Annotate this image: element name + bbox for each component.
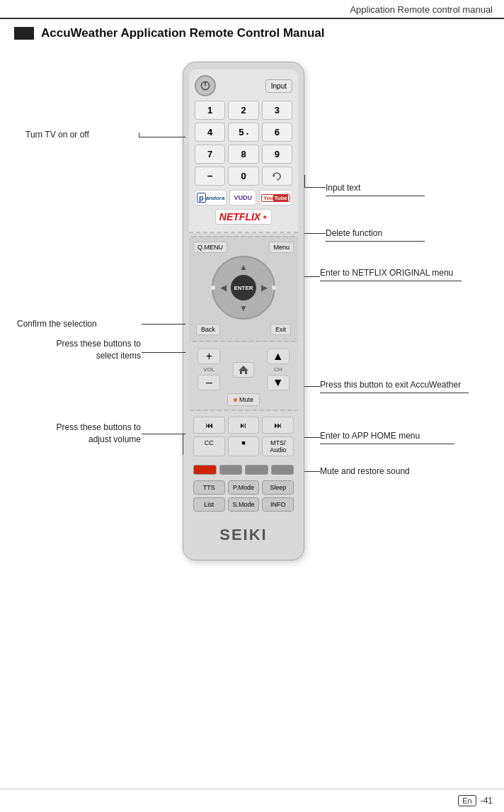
annotation-home: Enter to APP HOME menu bbox=[320, 430, 483, 444]
youtube-button[interactable]: YouTube bbox=[259, 190, 292, 205]
ann-line-input-v bbox=[304, 175, 305, 188]
cc-mts-row: CC ■ MTS/Audio bbox=[193, 436, 294, 456]
nav-circle-container: ▲ ▼ ◀ ▶ ENTER bbox=[193, 256, 294, 320]
enter-button[interactable]: ENTER bbox=[231, 275, 256, 300]
info-button[interactable]: INFO bbox=[262, 497, 294, 512]
num-btn-1[interactable]: 1 bbox=[195, 101, 225, 120]
mode-section: TTS P.Mode Sleep List S.Mode INFO bbox=[189, 479, 298, 520]
num-btn-4[interactable]: 4 bbox=[195, 123, 225, 142]
annotation-netflix: Enter to NETFLIX ORIGINAL menu bbox=[320, 267, 483, 281]
smode-button[interactable]: S.Mode bbox=[228, 497, 260, 512]
play-pause-button[interactable]: ⏯ bbox=[228, 417, 260, 434]
navigation-ring: ▲ ▼ ◀ ▶ ENTER bbox=[212, 256, 275, 320]
pmode-button[interactable]: P.Mode bbox=[228, 480, 260, 495]
color-button-gray3[interactable] bbox=[271, 465, 294, 475]
title-accent-bar bbox=[14, 27, 34, 40]
netflix-button[interactable]: NETFLIX ✶ bbox=[215, 209, 272, 225]
special-row: – 0 bbox=[195, 167, 292, 186]
mute-row: Mute bbox=[193, 393, 294, 406]
mts-button[interactable]: MTS/Audio bbox=[262, 436, 294, 456]
cc-button[interactable]: CC bbox=[193, 436, 225, 456]
annotation-netflix-text: Enter to NETFLIX ORIGINAL menu bbox=[320, 268, 453, 278]
num-btn-2[interactable]: 2 bbox=[228, 101, 258, 120]
nav-dot-left bbox=[211, 286, 215, 290]
brand-buttons-row: p andora VUDU YouTube bbox=[195, 190, 292, 205]
annotation-delete-text: Delete function bbox=[326, 228, 382, 238]
refresh-button[interactable] bbox=[262, 167, 292, 186]
section-title-bar: AccuWeather Application Remote Control M… bbox=[0, 19, 504, 47]
list-button[interactable]: List bbox=[193, 497, 225, 512]
ann-line-volume-bracket bbox=[183, 434, 183, 455]
mute-label: Mute bbox=[239, 396, 253, 403]
power-icon bbox=[200, 80, 211, 91]
num-btn-0[interactable]: 0 bbox=[228, 167, 258, 186]
nav-left-button[interactable]: ◀ bbox=[217, 282, 229, 293]
annotation-select: Press these buttons toselect items bbox=[17, 338, 141, 362]
qmenu-button[interactable]: Q.MENU bbox=[193, 242, 227, 253]
pandora-button[interactable]: p andora bbox=[195, 190, 227, 205]
ann-line-confirm bbox=[142, 324, 185, 325]
netflix-label: NETFLIX bbox=[219, 211, 260, 222]
num-btn-8[interactable]: 8 bbox=[228, 145, 258, 164]
annotation-select-text: Press these buttons toselect items bbox=[57, 339, 141, 361]
sleep-button[interactable]: Sleep bbox=[262, 480, 294, 495]
menu-button[interactable]: Menu bbox=[269, 242, 294, 253]
ann-line-input bbox=[304, 187, 326, 188]
tts-button[interactable]: TTS bbox=[193, 480, 225, 495]
volume-down-button[interactable]: – bbox=[197, 375, 220, 390]
vudu-label: VUDU bbox=[234, 194, 252, 201]
num-btn-7[interactable]: 7 bbox=[195, 145, 225, 164]
annotation-input-text-text: Input text bbox=[326, 183, 360, 193]
channel-down-button[interactable]: ▼ bbox=[267, 375, 290, 390]
color-buttons-row bbox=[189, 462, 298, 478]
color-button-gray2[interactable] bbox=[245, 465, 268, 475]
color-button-red[interactable] bbox=[193, 465, 217, 475]
num-btn-5[interactable]: 5 • bbox=[228, 123, 258, 142]
input-button[interactable]: Input bbox=[265, 79, 292, 93]
netflix-row: NETFLIX ✶ bbox=[195, 209, 292, 225]
num-btn-6[interactable]: 6 bbox=[262, 123, 292, 142]
pandora-label: andora bbox=[206, 195, 225, 201]
num-btn-9[interactable]: 9 bbox=[262, 145, 292, 164]
mode-row-1: TTS P.Mode Sleep bbox=[193, 480, 294, 495]
home-button[interactable] bbox=[233, 362, 254, 378]
annotation-volume: Press these buttons toadjust volume bbox=[17, 422, 141, 446]
power-input-row: Input bbox=[195, 75, 292, 96]
refresh-icon bbox=[272, 171, 282, 181]
rewind-button[interactable]: ⏮ bbox=[193, 417, 225, 434]
playback-section: ⏮ ⏯ ⏭ CC ■ MTS/Audio bbox=[189, 414, 298, 459]
dash-button[interactable]: – bbox=[195, 167, 225, 186]
section-title: AccuWeather Application Remote Control M… bbox=[41, 26, 325, 40]
ann-line-home bbox=[304, 437, 320, 438]
nav-up-button[interactable]: ▲ bbox=[238, 261, 249, 273]
power-button[interactable] bbox=[195, 75, 216, 96]
page-footer: En -41 bbox=[0, 789, 504, 812]
mode-row-2: List S.Mode INFO bbox=[193, 497, 294, 512]
mute-button[interactable]: Mute bbox=[227, 393, 260, 406]
svg-marker-2 bbox=[273, 174, 275, 177]
ann-line-volume bbox=[142, 434, 185, 434]
annotation-delete: Delete function bbox=[326, 227, 467, 242]
remote-top-section: Input 1 2 3 4 5 • 6 7 8 9 – 0 bbox=[189, 69, 298, 233]
language-badge: En bbox=[458, 795, 476, 806]
vudu-button[interactable]: VUDU bbox=[229, 190, 256, 205]
back-exit-row: Back Exit bbox=[193, 322, 294, 337]
ann-line-netflix bbox=[304, 276, 320, 277]
fast-forward-button[interactable]: ⏭ bbox=[262, 417, 294, 434]
annotation-mute-text: Mute and restore sound bbox=[320, 466, 410, 476]
color-button-gray1[interactable] bbox=[219, 465, 243, 475]
back-button[interactable]: Back bbox=[196, 324, 220, 335]
nav-right-button[interactable]: ▶ bbox=[258, 282, 270, 293]
annotation-exit-text: Press this button to exit AccuWeather bbox=[320, 380, 461, 390]
ann-line-select bbox=[142, 352, 185, 353]
channel-up-button[interactable]: ▲ bbox=[267, 349, 290, 364]
num-btn-3[interactable]: 3 bbox=[262, 101, 292, 120]
stop-button[interactable]: ■ bbox=[228, 436, 260, 456]
vol-ch-row: + VOL – ▲ CH bbox=[193, 349, 294, 390]
nav-down-button[interactable]: ▼ bbox=[238, 303, 249, 314]
netflix-star-icon: ✶ bbox=[262, 213, 268, 221]
svg-marker-3 bbox=[239, 366, 248, 374]
remote-body: Input 1 2 3 4 5 • 6 7 8 9 – 0 bbox=[183, 62, 304, 560]
exit-button[interactable]: Exit bbox=[270, 324, 291, 335]
volume-up-button[interactable]: + bbox=[197, 349, 220, 364]
